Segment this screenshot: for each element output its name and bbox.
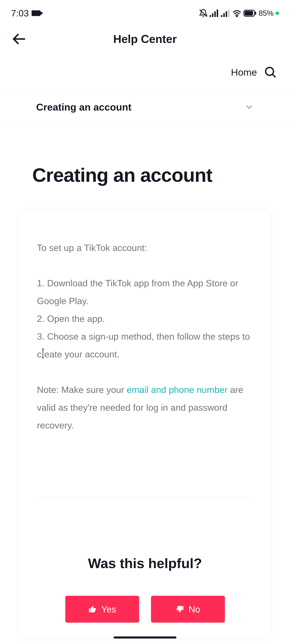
svg-rect-3 bbox=[214, 11, 216, 17]
status-dot-icon bbox=[276, 12, 279, 15]
chevron-down-icon bbox=[244, 102, 254, 112]
svg-rect-1 bbox=[210, 15, 211, 17]
no-button-label: No bbox=[188, 604, 200, 614]
back-button[interactable] bbox=[11, 31, 26, 47]
signal-icon-1 bbox=[210, 10, 219, 17]
status-right: 85% bbox=[199, 9, 279, 18]
search-button[interactable] bbox=[264, 66, 277, 78]
thumbs-down-icon bbox=[176, 605, 184, 614]
article-step-2: 2. Open the app. bbox=[37, 310, 253, 328]
svg-rect-8 bbox=[228, 10, 230, 17]
yes-button[interactable]: Yes bbox=[65, 596, 139, 622]
breadcrumb-dropdown[interactable]: Creating an account bbox=[0, 92, 290, 122]
feedback-title: Was this helpful? bbox=[37, 555, 253, 571]
svg-rect-2 bbox=[212, 13, 214, 17]
yes-button-label: Yes bbox=[101, 604, 116, 614]
camera-icon bbox=[32, 10, 40, 16]
sub-nav: Home bbox=[0, 60, 290, 92]
article-note: Note: Make sure your email and phone num… bbox=[37, 381, 253, 434]
no-button[interactable]: No bbox=[151, 596, 225, 622]
svg-rect-4 bbox=[217, 10, 218, 17]
wifi-icon bbox=[232, 10, 242, 17]
email-phone-link[interactable]: email and phone number bbox=[127, 384, 228, 395]
signal-icon-2 bbox=[221, 10, 230, 17]
nav-title: Help Center bbox=[12, 32, 278, 46]
home-indicator[interactable] bbox=[114, 636, 176, 638]
search-icon bbox=[264, 66, 277, 78]
page-title: Creating an account bbox=[0, 122, 290, 186]
text-cursor bbox=[42, 348, 44, 358]
status-time: 7:03 bbox=[11, 8, 29, 18]
mute-icon bbox=[199, 9, 208, 18]
article-intro: To set up a TikTok account: bbox=[37, 239, 253, 256]
svg-rect-7 bbox=[226, 11, 227, 17]
arrow-left-icon bbox=[11, 31, 26, 47]
home-link[interactable]: Home bbox=[231, 67, 257, 78]
svg-rect-6 bbox=[223, 13, 225, 17]
feedback-section: Was this helpful? Yes No bbox=[37, 497, 253, 622]
status-left: 7:03 bbox=[11, 8, 40, 18]
battery-percent: 85% bbox=[258, 9, 274, 18]
article-step-1: 1. Download the TikTok app from the App … bbox=[37, 274, 253, 310]
nav-header: Help Center bbox=[0, 23, 290, 60]
svg-point-9 bbox=[236, 16, 237, 17]
svg-rect-11 bbox=[244, 11, 253, 16]
breadcrumb-label: Creating an account bbox=[36, 102, 132, 113]
battery-icon bbox=[243, 10, 257, 17]
article-step-3: 3. Choose a sign-up method, then follow … bbox=[37, 328, 253, 363]
thumbs-up-icon bbox=[88, 605, 97, 614]
article-text: To set up a TikTok account: 1. Download … bbox=[37, 239, 253, 434]
svg-rect-5 bbox=[221, 15, 222, 17]
svg-rect-12 bbox=[255, 12, 256, 15]
content-card: To set up a TikTok account: 1. Download … bbox=[20, 210, 270, 638]
status-bar: 7:03 bbox=[0, 0, 290, 23]
svg-line-15 bbox=[272, 74, 275, 77]
